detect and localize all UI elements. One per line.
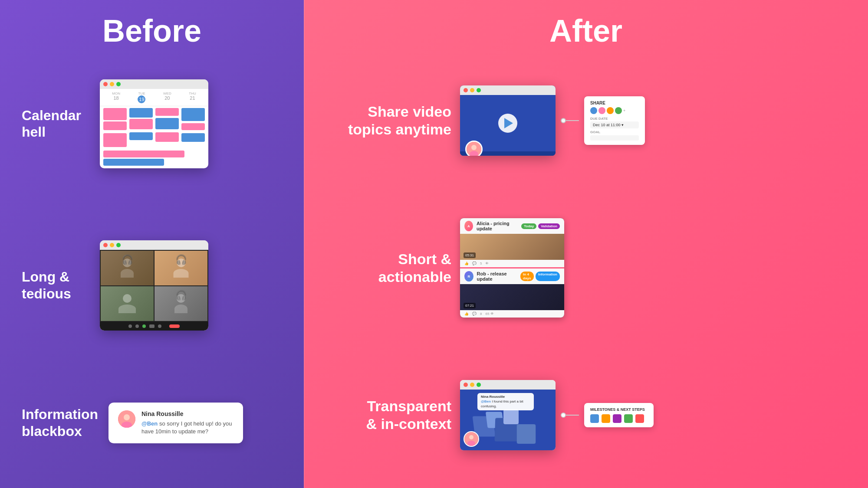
video-feed-mock: A Alicia - pricing update Today Validati… xyxy=(460,218,564,318)
after-items: Share video topics anytime xyxy=(312,17,859,471)
headphone-icon-2: 🎧 xyxy=(175,254,187,265)
share-video-group: SHARE + DUE DATE Dec 10 at 11:00 ▾ GOAL xyxy=(460,85,645,156)
calendar-mock: MON18 TUE19 WED20 THU21 xyxy=(100,79,208,168)
blocks-speaker-avatar xyxy=(464,431,479,447)
chat-row: Information blackbox Nina Roussille @Ben… xyxy=(9,403,295,443)
share-label: Share video topics anytime xyxy=(330,103,451,138)
share-avatar-3 xyxy=(607,107,614,114)
before-items: Calendar hell MON18 TUE19 WED20 THU21 xyxy=(9,17,295,471)
share-avatar-4 xyxy=(615,107,622,114)
short-label: Short & actionable xyxy=(330,250,451,286)
share-connector xyxy=(561,118,579,123)
window-bar xyxy=(100,79,208,89)
videocall-row: Long & tedious 🎧 xyxy=(9,240,295,331)
connector-line-1 xyxy=(566,120,579,121)
video-controls xyxy=(100,322,208,331)
video-player-mock xyxy=(460,85,556,156)
speaker-avatar xyxy=(465,141,483,156)
minimize-dot-2 xyxy=(110,243,114,247)
video-screen xyxy=(460,95,556,151)
days-tag: In 4 days xyxy=(520,272,534,281)
after-panel: After Share video topics anytime xyxy=(304,0,868,488)
block-5 xyxy=(517,424,536,444)
rob-video: 07:21 xyxy=(460,284,564,310)
video-grid: 🎧 🎧 xyxy=(100,250,208,322)
window-bar-2 xyxy=(100,240,208,250)
video-cell-3 xyxy=(101,286,154,321)
feed-item-1: A Alicia - pricing update Today Validati… xyxy=(460,218,564,267)
blocks-mock: Nina Roussille @Ben I found this part a … xyxy=(460,380,556,450)
milestone-icon-3 xyxy=(613,414,621,423)
transparent-group: Nina Roussille @Ben I found this part a … xyxy=(460,380,654,450)
chat-text: @Ben so sorry I got held up! do you have… xyxy=(141,420,233,436)
svg-point-4 xyxy=(471,145,477,150)
svg-point-1 xyxy=(124,414,130,420)
cal-body xyxy=(100,106,208,149)
share-popup: SHARE + DUE DATE Dec 10 at 11:00 ▾ GOAL xyxy=(584,96,645,145)
chat-mention: @Ben xyxy=(141,420,158,427)
videocall-label: Long & tedious xyxy=(22,269,91,302)
bl-max xyxy=(477,383,481,387)
headphone-icon-3: 🎧 xyxy=(175,290,187,301)
maximize-dot xyxy=(116,82,121,86)
feed-header-1: A Alicia - pricing update Today Validati… xyxy=(460,218,564,234)
nina-avatar xyxy=(118,410,135,428)
video-window-bar xyxy=(460,85,556,95)
bl-close xyxy=(464,383,468,387)
vp-close xyxy=(464,88,468,92)
rob-time: 07:21 xyxy=(464,303,476,308)
close-dot xyxy=(103,82,108,86)
close-dot-2 xyxy=(103,243,108,247)
goal-field: GOAL xyxy=(590,130,639,141)
feed-header-2: R Rob - release update In 4 days Informa… xyxy=(460,269,564,284)
goal-value xyxy=(590,135,639,141)
minimize-dot xyxy=(110,82,114,86)
video-cell-2: 🎧 xyxy=(155,251,207,285)
rob-avatar: R xyxy=(464,271,473,282)
rob-name: Rob - release update xyxy=(477,271,517,282)
chat-name: Nina Roussille xyxy=(141,410,233,417)
due-date-label: DUE DATE xyxy=(590,117,639,121)
rob-tags: In 4 days Information xyxy=(520,272,560,281)
calendar-label: Calendar hell xyxy=(22,107,91,141)
milestone-icon-4 xyxy=(624,414,633,423)
connector-dot-1 xyxy=(561,118,566,123)
share-avatar-2 xyxy=(598,107,605,114)
alicia-video: 05:31 xyxy=(460,234,564,260)
video-cell-1: 🎧 xyxy=(101,251,154,285)
transparent-label: Transparent & in-context xyxy=(330,397,451,433)
connector-dot-2 xyxy=(561,413,566,418)
videocall-mock: 🎧 🎧 xyxy=(100,240,208,331)
info-tag: Information xyxy=(536,272,560,281)
share-video-row: Share video topics anytime xyxy=(312,85,859,156)
due-date-value: Dec 10 at 11:00 ▾ xyxy=(590,121,639,128)
feed-footer-2: 👍 💬 8 65 👁 xyxy=(460,310,564,318)
share-avatars: + xyxy=(590,107,639,114)
blocks-window-bar xyxy=(460,380,556,390)
overlay-text: @Ben I found this part a bit confusing. xyxy=(481,400,530,409)
play-triangle-icon xyxy=(504,118,513,128)
feed-item-2: R Rob - release update In 4 days Informa… xyxy=(460,269,564,318)
alicia-avatar: A xyxy=(464,221,473,231)
svg-point-8 xyxy=(467,441,475,446)
transparent-row: Transparent & in-context xyxy=(312,380,859,450)
short-actionable-row: Short & actionable A Alicia - pricing up… xyxy=(312,218,859,318)
vp-max xyxy=(477,88,481,92)
calendar-row: Calendar hell MON18 TUE19 WED20 THU21 xyxy=(9,79,295,168)
milestone-icon-1 xyxy=(590,414,599,423)
milestone-icon-5 xyxy=(635,414,644,423)
due-date-field: DUE DATE Dec 10 at 11:00 ▾ xyxy=(590,117,639,128)
play-button[interactable] xyxy=(498,114,517,133)
panel-divider xyxy=(304,0,305,488)
chat-bubble: Nina Roussille @Ben so sorry I got held … xyxy=(108,403,243,443)
headphone-icon: 🎧 xyxy=(122,254,133,265)
after-title: After xyxy=(549,13,622,49)
goal-label: GOAL xyxy=(590,130,639,134)
share-avatar-1 xyxy=(590,107,597,114)
blocks-screen: Nina Roussille @Ben I found this part a … xyxy=(460,390,556,450)
vp-min xyxy=(470,88,474,92)
connector-line-2 xyxy=(566,415,579,416)
chat-content: Nina Roussille @Ben so sorry I got held … xyxy=(141,410,233,436)
cal-header: MON18 TUE19 WED20 THU21 xyxy=(100,89,208,106)
before-panel: Before Calendar hell MON18 TUE19 WED20 T… xyxy=(0,0,304,488)
